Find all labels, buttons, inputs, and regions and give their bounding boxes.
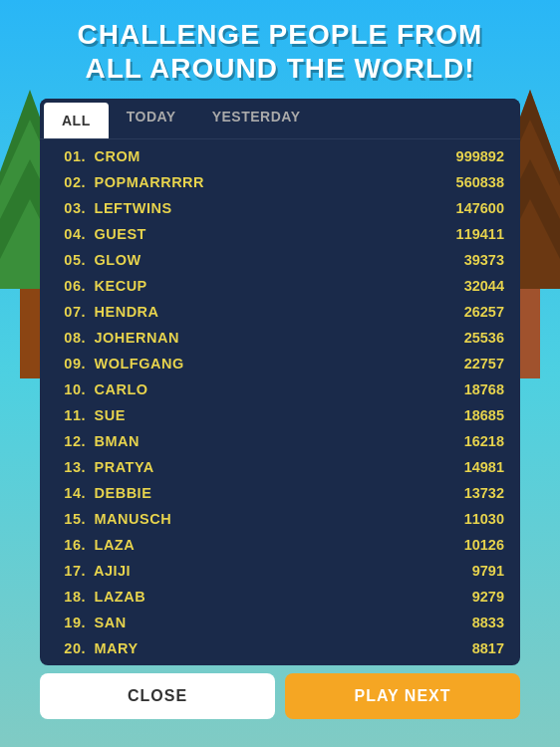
rank-number: 16. (56, 537, 86, 553)
play-next-button[interactable]: PLAY NEXT (285, 673, 520, 719)
player-name: HENDRA (90, 304, 159, 320)
player-name: JOHERNAN (90, 330, 179, 346)
table-row: 18. LAZAB 9279 (40, 584, 520, 610)
rank-number: 13. (56, 459, 86, 475)
table-row: 01. CROM 999892 (40, 143, 520, 169)
player-name: SUE (90, 407, 126, 423)
rank-number: 08. (56, 330, 86, 346)
player-score: 8817 (472, 640, 504, 656)
table-row: 06. KECUP 32044 (40, 273, 520, 299)
player-score: 10126 (464, 537, 504, 553)
player-score: 9279 (472, 589, 504, 605)
player-score: 119411 (456, 226, 504, 242)
player-name: LEFTWINS (90, 200, 172, 216)
rank-number: 11. (56, 407, 86, 423)
player-score: 18768 (464, 381, 504, 397)
table-row: 19. SAN 8833 (40, 610, 520, 635)
rank-name: 19. SAN (56, 615, 127, 630)
rank-name: 13. PRATYA (56, 459, 154, 475)
rank-number: 19. (56, 615, 86, 630)
player-name: DEBBIE (90, 485, 151, 501)
rank-name: 09. WOLFGANG (56, 356, 184, 372)
rank-name: 18. LAZAB (56, 589, 145, 605)
player-name: CARLO (90, 381, 148, 397)
player-score: 9791 (472, 563, 504, 579)
tab-bar: ALL TODAY YESTERDAY (40, 99, 520, 139)
player-name: AJIJI (90, 563, 131, 579)
rank-name: 07. HENDRA (56, 304, 159, 320)
rank-name: 16. LAZA (56, 537, 135, 553)
rank-number: 20. (56, 640, 86, 656)
table-row: 10. CARLO 18768 (40, 376, 520, 402)
bottom-buttons: CLOSE PLAY NEXT (40, 673, 520, 719)
table-row: 11. SUE 18685 (40, 402, 520, 428)
table-row: 02. POPMARRRRR 560838 (40, 169, 520, 195)
rank-name: 01. CROM (56, 148, 140, 164)
close-button[interactable]: CLOSE (40, 673, 275, 719)
leaderboard-container: ALL TODAY YESTERDAY 01. CROM 999892 02. … (40, 99, 520, 665)
rank-name: 08. JOHERNAN (56, 330, 179, 346)
rank-number: 04. (56, 226, 86, 242)
player-name: MANUSCH (90, 511, 171, 527)
player-score: 11030 (464, 511, 504, 527)
rank-number: 02. (56, 174, 86, 190)
table-row: 08. JOHERNAN 25536 (40, 325, 520, 351)
player-score: 22757 (464, 356, 504, 372)
rank-number: 06. (56, 278, 86, 294)
player-score: 18685 (464, 407, 504, 423)
player-name: SAN (90, 615, 127, 630)
rank-name: 02. POPMARRRRR (56, 174, 204, 190)
player-name: PRATYA (90, 459, 154, 475)
table-row: 12. BMAN 16218 (40, 428, 520, 454)
rank-number: 05. (56, 252, 86, 268)
table-row: 13. PRATYA 14981 (40, 454, 520, 480)
player-name: GUEST (90, 226, 146, 242)
rank-number: 12. (56, 433, 86, 449)
rank-number: 15. (56, 511, 86, 527)
rank-name: 10. CARLO (56, 381, 148, 397)
player-score: 26257 (464, 304, 504, 320)
table-row: 17. AJIJI 9791 (40, 558, 520, 584)
rank-name: 20. MARY (56, 640, 139, 656)
player-name: MARY (90, 640, 139, 656)
rank-name: 03. LEFTWINS (56, 200, 172, 216)
player-name: BMAN (90, 433, 140, 449)
rank-name: 12. BMAN (56, 433, 140, 449)
player-name: LAZA (90, 537, 135, 553)
tab-yesterday[interactable]: YESTERDAY (194, 99, 319, 138)
rank-name: 14. DEBBIE (56, 485, 151, 501)
rank-number: 01. (56, 148, 86, 164)
rank-name: 11. SUE (56, 407, 126, 423)
rank-number: 07. (56, 304, 86, 320)
player-name: GLOW (90, 252, 141, 268)
rank-name: 15. MANUSCH (56, 511, 171, 527)
rank-name: 04. GUEST (56, 226, 146, 242)
table-row: 07. HENDRA 26257 (40, 299, 520, 325)
rank-name: 17. AJIJI (56, 563, 131, 579)
svg-rect-0 (20, 279, 40, 378)
player-score: 147600 (456, 200, 504, 216)
player-name: CROM (90, 148, 140, 164)
rank-number: 03. (56, 200, 86, 216)
rank-number: 18. (56, 589, 86, 605)
tab-today[interactable]: TODAY (109, 99, 194, 138)
player-name: LAZAB (90, 589, 145, 605)
player-score: 13732 (464, 485, 504, 501)
rank-number: 10. (56, 381, 86, 397)
player-score: 560838 (456, 174, 504, 190)
rank-name: 06. KECUP (56, 278, 147, 294)
table-row: 15. MANUSCH 11030 (40, 506, 520, 532)
player-score: 16218 (464, 433, 504, 449)
player-name: KECUP (90, 278, 147, 294)
svg-rect-5 (520, 279, 540, 378)
tab-all[interactable]: ALL (44, 103, 109, 138)
table-row: 20. MARY 8817 (40, 635, 520, 661)
player-score: 32044 (464, 278, 504, 294)
table-row: 05. GLOW 39373 (40, 247, 520, 273)
table-row: 14. DEBBIE 13732 (40, 480, 520, 506)
table-row: 03. LEFTWINS 147600 (40, 195, 520, 221)
rank-number: 14. (56, 485, 86, 501)
page-title: CHALLENGE PEOPLE FROM ALL AROUND THE WOR… (0, 0, 560, 99)
table-row: 04. GUEST 119411 (40, 221, 520, 247)
player-name: WOLFGANG (90, 356, 184, 372)
